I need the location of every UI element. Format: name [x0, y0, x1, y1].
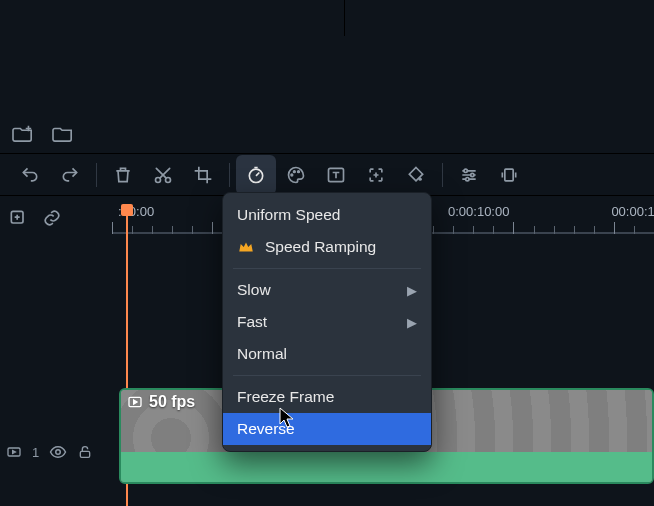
media-bin [0, 36, 654, 154]
cursor-icon [279, 407, 297, 433]
delete-button[interactable] [103, 155, 143, 195]
ruler-label: 00:00:15 [611, 204, 654, 219]
track-controls: 1 [2, 432, 114, 472]
text-button[interactable] [316, 155, 356, 195]
color-button[interactable] [276, 155, 316, 195]
undo-button[interactable] [10, 155, 50, 195]
preview-panel-right [345, 0, 654, 36]
render-button[interactable] [489, 155, 529, 195]
video-icon [127, 394, 143, 410]
redo-button[interactable] [50, 155, 90, 195]
speed-dropdown-menu: Uniform Speed Speed Ramping Slow ▶ Fast … [222, 192, 432, 452]
new-folder-plus-icon[interactable] [12, 123, 34, 143]
svg-point-2 [249, 169, 262, 182]
mask-button[interactable] [396, 155, 436, 195]
ruler-label: 0:00:10:00 [448, 204, 509, 219]
svg-point-8 [464, 169, 467, 172]
top-preview-panels [0, 0, 654, 36]
video-track-icon[interactable] [6, 444, 22, 460]
svg-point-7 [419, 177, 422, 180]
svg-rect-16 [81, 451, 90, 457]
svg-point-3 [291, 174, 293, 176]
track-index: 1 [32, 445, 39, 460]
menu-item-label: Fast [237, 313, 267, 331]
menu-item-reverse[interactable]: Reverse [223, 413, 431, 445]
menu-item-speed-ramping[interactable]: Speed Ramping [223, 231, 431, 263]
preview-panel-left [0, 0, 345, 36]
menu-separator [233, 375, 421, 376]
speed-button[interactable] [236, 155, 276, 195]
add-marker-icon[interactable] [8, 208, 28, 228]
svg-point-9 [471, 173, 474, 176]
cut-button[interactable] [143, 155, 183, 195]
menu-item-freeze-frame[interactable]: Freeze Frame [223, 381, 431, 413]
folder-icon[interactable] [52, 123, 74, 143]
svg-point-5 [298, 170, 300, 172]
transform-button[interactable] [356, 155, 396, 195]
timeline-toolbar [0, 154, 654, 196]
menu-item-label: Freeze Frame [237, 388, 334, 406]
menu-item-label: Slow [237, 281, 271, 299]
visibility-icon[interactable] [49, 443, 67, 461]
chevron-right-icon: ▶ [407, 283, 417, 298]
svg-point-4 [294, 170, 296, 172]
svg-rect-11 [505, 169, 513, 181]
menu-item-fast[interactable]: Fast ▶ [223, 306, 431, 338]
lock-icon[interactable] [77, 444, 93, 460]
crown-icon [237, 238, 255, 256]
svg-point-15 [56, 450, 61, 455]
chevron-right-icon: ▶ [407, 315, 417, 330]
menu-item-normal[interactable]: Normal [223, 338, 431, 370]
menu-item-slow[interactable]: Slow ▶ [223, 274, 431, 306]
clip-fps-label: 50 fps [149, 393, 195, 411]
svg-point-10 [466, 177, 469, 180]
menu-item-label: Speed Ramping [265, 238, 376, 256]
crop-button[interactable] [183, 155, 223, 195]
adjust-button[interactable] [449, 155, 489, 195]
menu-item-label: Normal [237, 345, 287, 363]
menu-item-uniform-speed[interactable]: Uniform Speed [223, 199, 431, 231]
menu-separator [233, 268, 421, 269]
menu-item-label: Uniform Speed [237, 206, 340, 224]
link-icon[interactable] [42, 208, 62, 228]
